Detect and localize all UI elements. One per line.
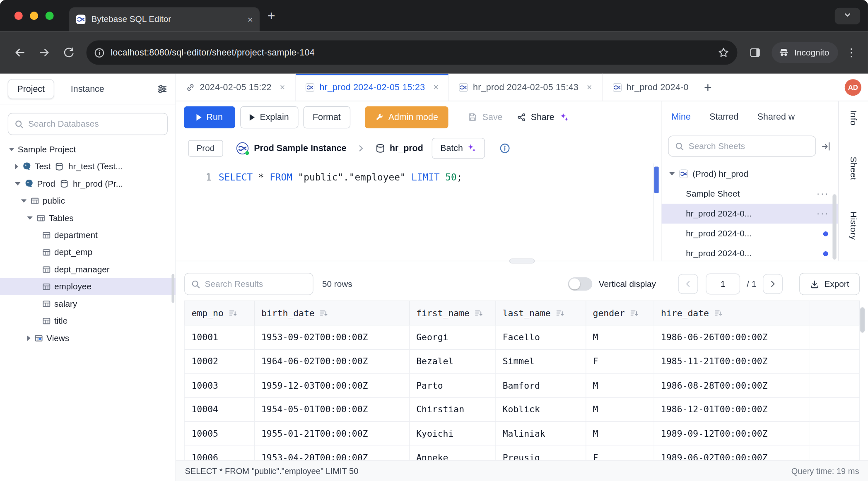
- admin-mode-button[interactable]: Admin mode: [364, 106, 448, 128]
- caret-down-icon[interactable]: [669, 172, 675, 176]
- caret-down-icon[interactable]: [9, 147, 14, 151]
- tab-shared[interactable]: Shared w: [757, 111, 795, 121]
- sheet-menu-icon[interactable]: ···: [817, 208, 829, 219]
- cell[interactable]: F: [586, 349, 654, 373]
- cell[interactable]: Simmel: [496, 349, 586, 373]
- caret-right-icon[interactable]: [15, 164, 18, 169]
- cell[interactable]: 10001: [185, 325, 254, 349]
- explain-button[interactable]: Explain: [241, 106, 299, 128]
- table-row[interactable]: 100021964-06-02T00:00:00ZBezalelSimmelF1…: [185, 349, 859, 373]
- collapse-panel-icon[interactable]: [821, 141, 831, 151]
- sheet-menu-icon[interactable]: ···: [817, 188, 829, 200]
- column-header[interactable]: birth_date: [254, 301, 409, 325]
- browser-menu-icon[interactable]: ⋮: [842, 46, 860, 59]
- cell[interactable]: Kyoichi: [409, 421, 496, 445]
- sheet-tab-1[interactable]: 2024-02-05 15:22 ×: [176, 74, 296, 101]
- maximize-window-button[interactable]: [46, 12, 54, 20]
- cell[interactable]: Facello: [496, 325, 586, 349]
- cell[interactable]: 1989-06-02T00:00:00Z: [654, 445, 809, 460]
- sheets-group-hr-prod[interactable]: (Prod) hr_prod: [661, 164, 838, 184]
- add-sheet-button[interactable]: +: [704, 81, 712, 94]
- cell[interactable]: F: [586, 445, 654, 460]
- format-button[interactable]: Format: [303, 106, 350, 128]
- cell[interactable]: Georgi: [409, 325, 496, 349]
- tab-history[interactable]: History: [848, 212, 858, 240]
- sheet-tab-4[interactable]: hr_prod 2024-0: [603, 74, 699, 101]
- sheet-tab-3[interactable]: hr_prod 2024-02-05 15:43 ×: [449, 74, 603, 101]
- cell[interactable]: Maliniak: [496, 421, 586, 445]
- cell[interactable]: 1955-01-21T00:00:00Z: [254, 421, 409, 445]
- close-tab-icon[interactable]: ×: [248, 14, 253, 24]
- database-search-input[interactable]: [28, 119, 161, 129]
- tree-item-table-department[interactable]: department: [0, 226, 176, 243]
- cell[interactable]: 1964-06-02T00:00:00Z: [254, 349, 409, 373]
- sheets-search[interactable]: [668, 136, 816, 157]
- tab-instance[interactable]: Instance: [71, 84, 104, 94]
- cell[interactable]: M: [586, 421, 654, 445]
- close-sheet-icon[interactable]: ×: [433, 82, 439, 92]
- cell[interactable]: 10003: [185, 373, 254, 397]
- editor-scroll-marker[interactable]: [654, 166, 659, 193]
- database-name[interactable]: hr_prod: [390, 143, 423, 153]
- tree-item-schema-public[interactable]: public: [0, 192, 176, 209]
- cell[interactable]: 1986-12-01T00:00:00Z: [654, 397, 809, 421]
- cell[interactable]: Bezalel: [409, 349, 496, 373]
- cell[interactable]: 1953-09-02T00:00:00Z: [254, 325, 409, 349]
- run-button[interactable]: Run: [184, 106, 236, 128]
- cell[interactable]: Koblick: [496, 397, 586, 421]
- cell[interactable]: M: [586, 397, 654, 421]
- tab-mine[interactable]: Mine: [671, 111, 690, 121]
- caret-down-icon[interactable]: [27, 216, 32, 219]
- table-row[interactable]: 100061953-04-20T00:00:00ZAnnekePreusigF1…: [185, 445, 859, 460]
- column-header[interactable]: emp_no: [185, 301, 254, 325]
- table-row[interactable]: 100041954-05-01T00:00:00ZChirstianKoblic…: [185, 397, 859, 421]
- tree-group-views[interactable]: Views: [0, 329, 176, 346]
- tab-starred[interactable]: Starred: [709, 111, 738, 121]
- tab-sheet[interactable]: Sheet: [848, 156, 858, 180]
- site-info-icon[interactable]: [94, 47, 104, 58]
- reload-button[interactable]: [56, 41, 81, 65]
- sql-editor[interactable]: 1 SELECT * FROM "public"."employee" LIMI…: [176, 163, 661, 260]
- batch-button[interactable]: Batch: [432, 137, 485, 159]
- tab-info[interactable]: Info: [848, 110, 858, 125]
- instance-name[interactable]: Prod Sample Instance: [254, 143, 346, 153]
- close-window-button[interactable]: [14, 12, 23, 20]
- cell[interactable]: 1986-06-26T00:00:00Z: [654, 325, 809, 349]
- table-row[interactable]: 100031959-12-03T00:00:00ZPartoBamfordM19…: [185, 373, 859, 397]
- column-header[interactable]: first_name: [409, 301, 496, 325]
- tree-item-prod-database[interactable]: Prod hr_prod (Pr...: [0, 175, 176, 192]
- caret-down-icon[interactable]: [21, 199, 27, 202]
- sheets-scrollbar[interactable]: [832, 194, 836, 260]
- caret-right-icon[interactable]: [27, 335, 30, 341]
- cell[interactable]: 10004: [185, 397, 254, 421]
- sidebar-scrollbar[interactable]: [171, 274, 174, 303]
- results-search-input[interactable]: [205, 279, 307, 289]
- sheet-tab-2-active[interactable]: hr_prod 2024-02-05 15:23 ×: [296, 74, 449, 101]
- table-row[interactable]: 100011953-09-02T00:00:00ZGeorgiFacelloM1…: [185, 325, 859, 349]
- cell[interactable]: 10002: [185, 349, 254, 373]
- tab-project[interactable]: Project: [8, 79, 54, 99]
- table-row[interactable]: 100051955-01-21T00:00:00ZKyoichiMaliniak…: [185, 421, 859, 445]
- bookmark-star-icon[interactable]: [717, 46, 729, 58]
- export-button[interactable]: Export: [799, 273, 859, 295]
- cell[interactable]: 1989-09-12T00:00:00Z: [654, 421, 809, 445]
- share-button[interactable]: Share: [510, 106, 576, 128]
- cell[interactable]: Chirstian: [409, 397, 496, 421]
- tree-item-table-employee[interactable]: employee: [0, 278, 176, 295]
- cell[interactable]: Anneke: [409, 445, 496, 460]
- filter-settings-icon[interactable]: [157, 84, 168, 95]
- connection-info-icon[interactable]: [499, 142, 511, 154]
- next-page-button[interactable]: [763, 274, 783, 294]
- tree-item-test-database[interactable]: Test hr_test (Test...: [0, 158, 176, 175]
- tree-group-tables[interactable]: Tables: [0, 209, 176, 226]
- new-tab-button[interactable]: +: [268, 9, 275, 22]
- page-number-input[interactable]: [706, 274, 740, 295]
- caret-down-icon[interactable]: [15, 182, 20, 185]
- tree-item-table-title[interactable]: title: [0, 312, 176, 329]
- database-search[interactable]: [8, 113, 168, 135]
- column-header[interactable]: last_name: [496, 301, 586, 325]
- forward-button[interactable]: [32, 41, 57, 65]
- cell[interactable]: 10005: [185, 421, 254, 445]
- cell[interactable]: 10006: [185, 445, 254, 460]
- side-panel-button[interactable]: [743, 41, 767, 65]
